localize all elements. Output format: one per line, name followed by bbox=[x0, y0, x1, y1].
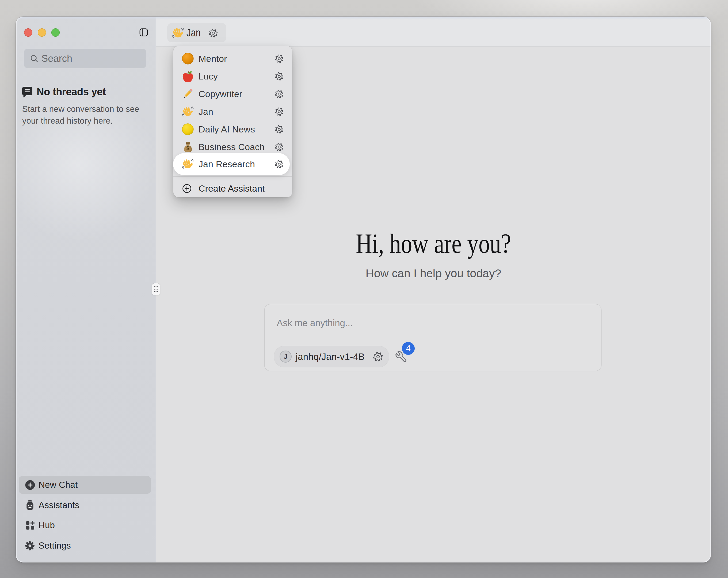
svg-text:$: $ bbox=[186, 145, 189, 151]
